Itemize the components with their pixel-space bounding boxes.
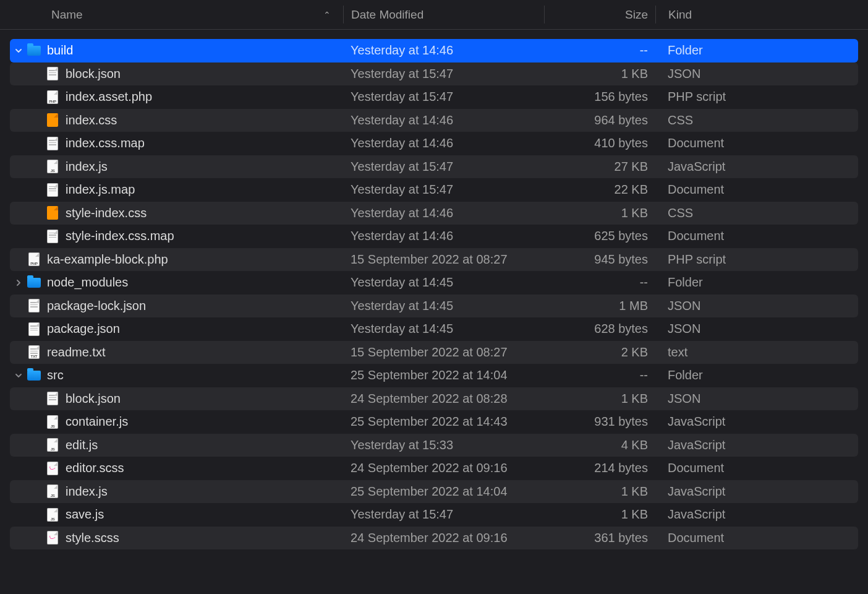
php-file-icon: PHP xyxy=(28,252,40,266)
name-cell: JSsave.js xyxy=(10,503,343,527)
date-modified-cell: Yesterday at 14:46 xyxy=(343,39,544,62)
name-cell: JScontainer.js xyxy=(10,410,343,434)
file-row[interactable]: JSindex.jsYesterday at 15:4727 KBJavaScr… xyxy=(10,155,858,179)
date-modified-cell: Yesterday at 14:46 xyxy=(343,202,544,225)
file-row[interactable]: TXTreadme.txt15 September 2022 at 08:272… xyxy=(10,341,858,364)
column-header-size[interactable]: Size xyxy=(544,6,655,23)
file-icon-wrap xyxy=(46,183,59,197)
file-row[interactable]: block.json24 September 2022 at 08:281 KB… xyxy=(10,387,858,411)
file-row[interactable]: JScontainer.js25 September 2022 at 14:43… xyxy=(10,410,858,434)
folder-row[interactable]: node_modulesYesterday at 14:45--Folder xyxy=(10,271,858,295)
file-icon-wrap xyxy=(46,113,59,127)
css-sublime-file-icon xyxy=(47,113,58,127)
size-cell: 628 bytes xyxy=(544,317,655,341)
size-cell: 1 KB xyxy=(544,503,655,527)
size-cell: 1 KB xyxy=(544,202,655,225)
file-name-label: ka-example-block.php xyxy=(47,252,168,267)
file-name-label: src xyxy=(47,368,64,382)
chevron-down-icon[interactable] xyxy=(14,371,23,381)
kind-cell: JavaScript xyxy=(655,434,858,457)
column-header-name[interactable]: Name ⌃ xyxy=(0,8,343,22)
kind-cell: Folder xyxy=(655,39,858,62)
file-row[interactable]: style-index.cssYesterday at 14:461 KBCSS xyxy=(10,202,858,225)
file-row[interactable]: JSedit.jsYesterday at 15:334 KBJavaScrip… xyxy=(10,434,858,457)
name-cell: style.scss xyxy=(10,527,343,550)
kind-cell: text xyxy=(655,341,858,364)
file-row[interactable]: package.jsonYesterday at 14:45628 bytesJ… xyxy=(10,317,858,341)
file-row[interactable]: block.jsonYesterday at 15:471 KBJSON xyxy=(10,62,858,86)
kind-cell: JSON xyxy=(655,62,858,86)
date-modified-cell: 15 September 2022 at 08:27 xyxy=(343,248,544,272)
file-list: buildYesterday at 14:46--Folderblock.jso… xyxy=(0,30,868,549)
name-cell: block.json xyxy=(10,62,343,86)
file-row[interactable]: JSsave.jsYesterday at 15:471 KBJavaScrip… xyxy=(10,503,858,527)
name-cell: index.css.map xyxy=(10,132,343,155)
map-file-icon xyxy=(47,183,58,197)
column-label: Kind xyxy=(668,8,692,22)
size-cell: 27 KB xyxy=(544,155,655,179)
file-row[interactable]: style-index.css.mapYesterday at 14:46625… xyxy=(10,225,858,248)
folder-row[interactable]: buildYesterday at 14:46--Folder xyxy=(10,39,858,62)
file-name-label: style.scss xyxy=(66,531,119,545)
txt-file-icon: TXT xyxy=(28,345,40,359)
file-row[interactable]: PHPindex.asset.phpYesterday at 15:47156 … xyxy=(10,85,858,109)
chevron-right-icon[interactable] xyxy=(14,278,23,288)
kind-cell: Document xyxy=(655,132,858,155)
file-icon-wrap xyxy=(46,67,59,80)
sort-ascending-icon: ⌃ xyxy=(323,10,331,20)
file-name-label: index.js.map xyxy=(66,183,135,197)
file-icon-wrap xyxy=(46,462,59,475)
file-name-label: block.json xyxy=(66,67,121,81)
file-row[interactable]: JSindex.js25 September 2022 at 14:041 KB… xyxy=(10,480,858,504)
column-header-row: Name ⌃ Date Modified Size Kind xyxy=(0,0,868,30)
file-name-label: node_modules xyxy=(47,275,128,290)
name-cell: src xyxy=(10,364,343,387)
file-row[interactable]: style.scss24 September 2022 at 09:16361 … xyxy=(10,527,858,550)
file-row[interactable]: index.css.mapYesterday at 14:46410 bytes… xyxy=(10,132,858,155)
file-name-label: save.js xyxy=(66,507,104,522)
date-modified-cell: Yesterday at 15:47 xyxy=(343,62,544,86)
name-cell: package.json xyxy=(10,317,343,341)
file-icon-wrap: TXT xyxy=(27,345,41,359)
file-row[interactable]: index.cssYesterday at 14:46964 bytesCSS xyxy=(10,109,858,132)
file-icon-wrap: PHP xyxy=(46,90,59,104)
file-icon-wrap: JS xyxy=(46,415,59,429)
kind-cell: Document xyxy=(655,225,858,248)
name-cell: style-index.css xyxy=(10,202,343,225)
file-icon-wrap xyxy=(27,369,41,382)
size-cell: 214 bytes xyxy=(544,457,655,480)
date-modified-cell: Yesterday at 14:46 xyxy=(343,132,544,155)
size-cell: 4 KB xyxy=(544,434,655,457)
file-row[interactable]: package-lock.jsonYesterday at 14:451 MBJ… xyxy=(10,295,858,318)
name-cell: PHPindex.asset.php xyxy=(10,85,343,109)
file-row[interactable]: index.js.mapYesterday at 15:4722 KBDocum… xyxy=(10,178,858,202)
name-cell: JSedit.js xyxy=(10,434,343,457)
chevron-down-icon[interactable] xyxy=(14,46,23,56)
size-cell: -- xyxy=(544,39,655,62)
file-row[interactable]: editor.scss24 September 2022 at 09:16214… xyxy=(10,457,858,480)
map-file-icon xyxy=(47,230,58,243)
file-name-label: index.css.map xyxy=(66,136,145,150)
kind-cell: JavaScript xyxy=(655,410,858,434)
file-icon-wrap xyxy=(46,392,59,405)
php-file-icon: PHP xyxy=(47,90,58,104)
kind-cell: JavaScript xyxy=(655,503,858,527)
file-name-label: index.asset.php xyxy=(66,90,152,104)
file-name-label: style-index.css.map xyxy=(66,229,174,243)
kind-cell: JSON xyxy=(655,387,858,411)
name-cell: build xyxy=(10,39,343,62)
kind-cell: JSON xyxy=(655,317,858,341)
date-modified-cell: 25 September 2022 at 14:04 xyxy=(343,364,544,387)
file-icon-wrap: PHP xyxy=(27,252,41,266)
file-row[interactable]: PHPka-example-block.php15 September 2022… xyxy=(10,248,858,272)
file-name-label: index.js xyxy=(66,160,108,174)
size-cell: -- xyxy=(544,271,655,295)
file-name-label: index.js xyxy=(66,484,108,499)
file-icon-wrap: JS xyxy=(46,160,59,173)
column-header-kind[interactable]: Kind xyxy=(655,6,868,23)
column-header-date[interactable]: Date Modified xyxy=(343,6,544,23)
folder-row[interactable]: src25 September 2022 at 14:04--Folder xyxy=(10,364,858,387)
size-cell: 625 bytes xyxy=(544,225,655,248)
size-cell: 964 bytes xyxy=(544,109,655,132)
kind-cell: JavaScript xyxy=(655,480,858,504)
